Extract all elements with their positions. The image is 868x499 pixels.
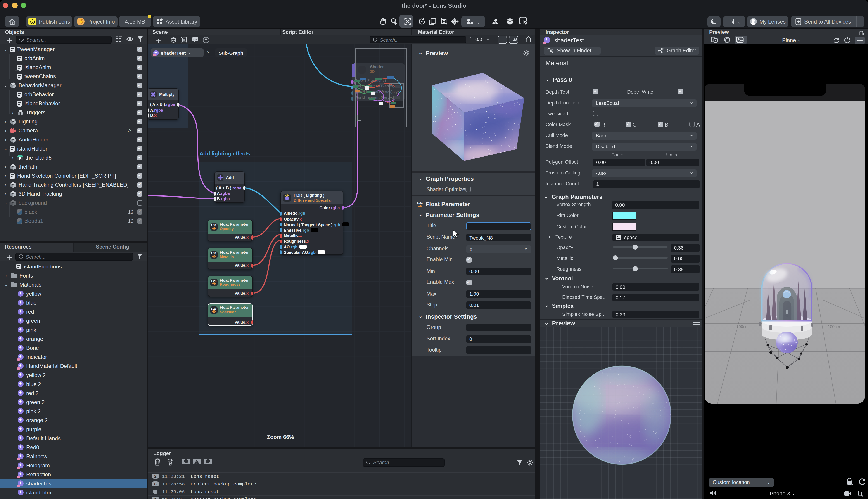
- svg-text:P: P: [19, 156, 22, 160]
- svg-text:100cm: 100cm: [736, 324, 749, 329]
- svg-text:100cm: 100cm: [828, 324, 840, 329]
